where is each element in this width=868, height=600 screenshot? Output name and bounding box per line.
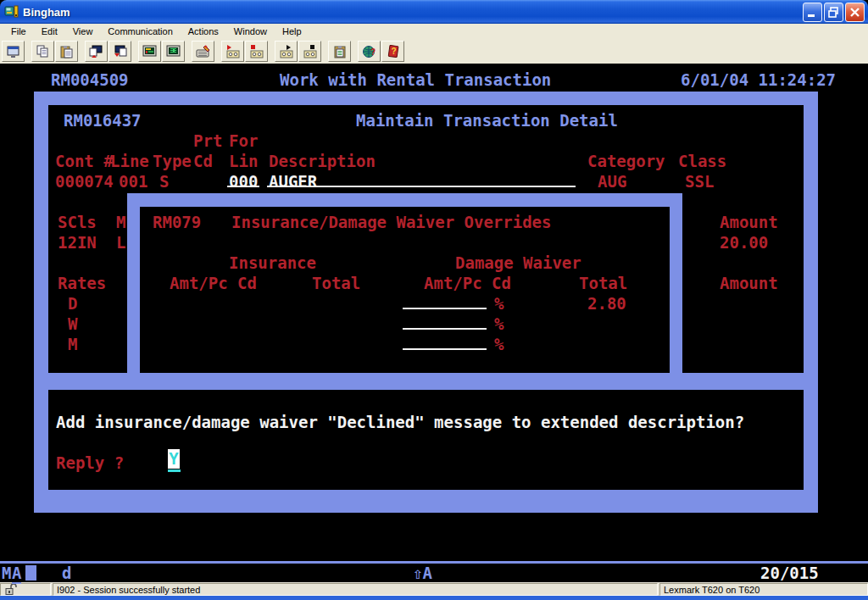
stop-record-icon [249, 45, 264, 58]
send-file-button[interactable] [85, 41, 108, 62]
amount-value: 20.00 [720, 232, 768, 253]
scls-label: SCls [58, 212, 97, 232]
restore-button[interactable] [824, 3, 843, 22]
dw-amtpc-header: Amt/Pc Cd [424, 273, 511, 293]
menu-item-edit[interactable]: Edit [34, 25, 65, 37]
value-line: 001 [119, 171, 147, 192]
rates-label: Rates [58, 273, 106, 293]
paste-button[interactable] [55, 41, 78, 62]
reply-field-cursor[interactable]: Y [168, 449, 180, 469]
detail-title: Maintain Transaction Detail [356, 110, 618, 131]
header-desc: Description [269, 151, 376, 171]
close-button[interactable] [845, 3, 865, 22]
detail-id: RM016437 [64, 110, 142, 131]
overrides-title: Insurance/Damage Waiver Overrides [231, 212, 552, 232]
web-help-button[interactable]: ? [358, 41, 381, 62]
dw-total-value: 2.80 [587, 293, 626, 314]
header-for: For [229, 131, 258, 151]
display-setup-icon [142, 45, 158, 58]
title-bar[interactable]: Bingham [0, 0, 868, 24]
minimize-icon [804, 4, 821, 20]
stop-record-button[interactable] [245, 41, 268, 62]
reply-value: Y [169, 449, 178, 468]
dw-total-header: Total [579, 273, 627, 293]
header-cd: Cd [193, 151, 213, 171]
record-macro-icon [225, 45, 241, 58]
prt-lin-field[interactable]: 000 [229, 171, 258, 192]
app-icon [4, 4, 19, 19]
size-value: L [116, 232, 125, 253]
play-macro-button[interactable] [275, 41, 298, 62]
oia-input-inhibit-block [25, 565, 36, 581]
record-macro-button[interactable] [221, 41, 244, 62]
amount-header: Amount [720, 212, 778, 232]
header-prt: Prt [193, 131, 222, 151]
new-session-button[interactable] [2, 41, 25, 62]
screen-datetime: 6/01/04 11:24:27 [681, 69, 836, 90]
web-help-icon: ? [362, 45, 377, 58]
menu-item-communication[interactable]: Communication [100, 25, 180, 37]
send-file-icon [89, 45, 104, 58]
dw-amt-field-3[interactable] [403, 348, 487, 350]
oia-system-m: M [2, 564, 11, 582]
keyboard-setup-button[interactable] [192, 41, 214, 62]
status-printer: Lexmark T620 on T620 [659, 583, 868, 596]
window-title: Bingham [23, 6, 801, 19]
overrides-id: RM079 [153, 212, 201, 232]
minimize-button[interactable] [803, 3, 822, 22]
window-bottom-border [0, 596, 868, 600]
color-setup-button[interactable] [162, 41, 185, 62]
dw-amt-field-1[interactable] [403, 308, 487, 309]
prompt-question: Add insurance/damage waiver "Declined" m… [56, 412, 744, 432]
dw-percent-1: % [494, 293, 504, 314]
status-message: I902 - Session successfully started [53, 583, 658, 596]
oia-shift-indicator: ⇧A [413, 564, 432, 582]
receive-file-button[interactable] [108, 41, 131, 62]
terminal-screen[interactable]: RM004509 Work with Rental Transaction 6/… [0, 64, 868, 561]
header-line: Line [110, 151, 149, 171]
menu-bar: File Edit View Communication Actions Win… [0, 24, 868, 39]
stop-macro-icon [303, 45, 318, 58]
svg-text:?: ? [370, 47, 376, 57]
menu-item-actions[interactable]: Actions [181, 25, 226, 37]
restore-icon [826, 4, 842, 20]
rate-code-w: W [68, 314, 77, 334]
copy-icon [36, 45, 51, 58]
keyboard-setup-icon [196, 45, 211, 58]
display-setup-button[interactable] [138, 41, 161, 62]
amount2-header: Amount [720, 273, 778, 293]
menu-item-window[interactable]: Window [226, 25, 275, 37]
damage-waiver-header: Damage Waiver [455, 253, 581, 273]
dw-amt-field-2[interactable] [403, 328, 487, 330]
help-button[interactable]: ? [381, 41, 404, 62]
reply-field-underline[interactable] [168, 469, 181, 472]
dw-percent-2: % [494, 314, 504, 334]
clipboard-button[interactable] [328, 41, 351, 62]
oia-condition: d [62, 564, 71, 582]
toolbar: ? ? [0, 39, 868, 64]
menu-item-view[interactable]: View [65, 25, 101, 37]
header-category: Category [587, 151, 665, 171]
value-cont: 000074 [55, 171, 114, 192]
close-icon [847, 4, 863, 20]
prt-lin-field-underline[interactable] [227, 186, 259, 187]
operator-info-area: M A d ⇧A 20/015 [0, 561, 868, 582]
reply-label: Reply ? [56, 453, 124, 473]
description-field[interactable]: AUGER [269, 171, 317, 192]
rate-code-d: D [68, 293, 77, 314]
application-window: Bingham File Edit View Communication Act… [0, 0, 868, 600]
copy-button[interactable] [31, 41, 54, 62]
menu-item-help[interactable]: Help [275, 25, 309, 37]
screen-id: RM004509 [51, 69, 129, 90]
clipboard-icon [332, 45, 348, 58]
description-field-underline[interactable] [267, 186, 576, 187]
value-class: SSL [685, 171, 714, 192]
stop-macro-button[interactable] [298, 41, 321, 62]
header-class: Class [678, 151, 726, 171]
status-bar: I902 - Session successfully started Lexm… [0, 582, 868, 596]
status-lock-cell [0, 583, 51, 596]
menu-item-file[interactable]: File [3, 25, 34, 37]
help-icon: ? [386, 45, 401, 58]
svg-text:?: ? [391, 47, 396, 56]
size-label: 12IN [58, 232, 97, 253]
